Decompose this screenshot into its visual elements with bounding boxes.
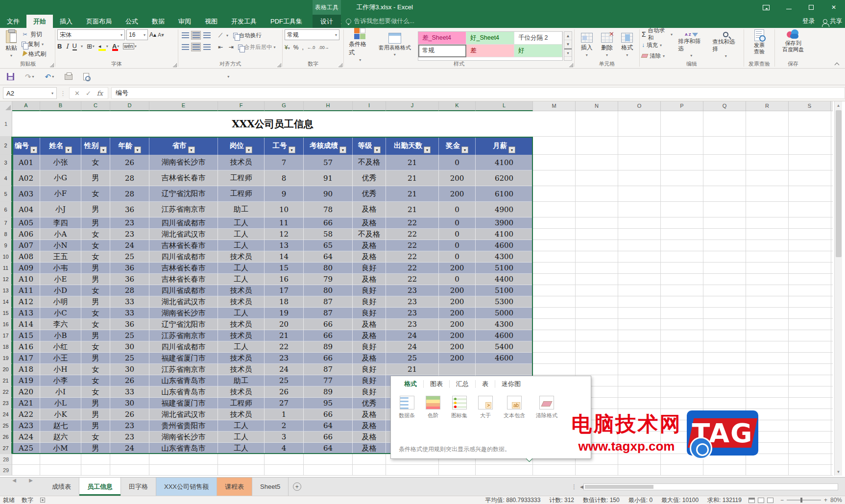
- table-cell[interactable]: 58: [304, 229, 353, 240]
- table-cell[interactable]: 21: [386, 364, 439, 375]
- select-all-button[interactable]: [0, 101, 12, 111]
- style-chip-好[interactable]: 好: [514, 45, 562, 57]
- empty-cell[interactable]: [40, 465, 81, 476]
- table-cell[interactable]: 女: [81, 285, 110, 296]
- row-header-27[interactable]: 27: [0, 443, 12, 454]
- page-layout-view-button[interactable]: [758, 498, 764, 503]
- table-cell[interactable]: 工人: [218, 229, 265, 240]
- empty-cell[interactable]: [386, 465, 439, 476]
- zoom-slider[interactable]: [787, 500, 821, 501]
- table-cell[interactable]: 4300: [476, 319, 533, 330]
- table-cell[interactable]: 16: [265, 274, 304, 285]
- sign-in-button[interactable]: 登录: [802, 15, 815, 28]
- table-header-奖金[interactable]: 奖金▾: [439, 137, 476, 155]
- table-cell[interactable]: 0: [439, 217, 476, 229]
- table-cell[interactable]: 工人: [218, 240, 265, 251]
- table-header-省市[interactable]: 省市▾: [149, 137, 218, 155]
- new-sheet-button[interactable]: +: [289, 478, 305, 496]
- table-cell[interactable]: 及格: [353, 202, 386, 217]
- table-cell[interactable]: A20: [12, 386, 40, 398]
- conditional-formatting-button[interactable]: 条件格式 ▾: [346, 29, 374, 61]
- table-cell[interactable]: 36: [110, 319, 149, 330]
- table-cell[interactable]: 及格: [353, 420, 386, 432]
- gallery-up-button[interactable]: ▲: [564, 32, 572, 40]
- table-cell[interactable]: 江苏省南京市: [149, 364, 218, 375]
- empty-cell[interactable]: [12, 465, 40, 476]
- row-header-17[interactable]: 17: [0, 330, 12, 341]
- table-header-性别[interactable]: 性别▾: [81, 137, 110, 155]
- table-cell[interactable]: 小F: [40, 186, 81, 202]
- table-cell[interactable]: A12: [12, 296, 40, 308]
- row-header-16[interactable]: 16: [0, 319, 12, 330]
- redo-button[interactable]: ↷▾: [25, 72, 34, 81]
- table-cell[interactable]: 23: [265, 353, 304, 364]
- table-cell[interactable]: 工人: [218, 432, 265, 443]
- minimize-button[interactable]: [777, 0, 800, 15]
- table-header-出勤天数[interactable]: 出勤天数▾: [386, 137, 439, 155]
- qat-customize-button[interactable]: ▾: [227, 74, 229, 79]
- table-cell[interactable]: 200: [439, 353, 476, 364]
- column-header-G[interactable]: G: [265, 101, 304, 111]
- qa-item-数据条[interactable]: 数据条: [399, 396, 415, 419]
- row-header-20[interactable]: 20: [0, 364, 12, 375]
- table-cell[interactable]: 良好: [353, 296, 386, 308]
- table-cell[interactable]: 湖南省长沙市: [149, 155, 218, 170]
- table-cell[interactable]: 技术员: [218, 330, 265, 341]
- table-cell[interactable]: 4900: [476, 202, 533, 217]
- row-header-4[interactable]: 4: [0, 170, 12, 186]
- sheet-tab-员工信息[interactable]: 员工信息: [79, 478, 121, 496]
- table-cell[interactable]: 22: [386, 217, 439, 229]
- ribbon-tab-页面布局[interactable]: 页面布局: [79, 15, 119, 28]
- table-cell[interactable]: 辽宁省沈阳市: [149, 186, 218, 202]
- table-cell[interactable]: 1: [265, 409, 304, 420]
- table-cell[interactable]: 24: [386, 341, 439, 353]
- alignment-dialog-launcher[interactable]: [277, 63, 281, 67]
- column-header-R[interactable]: R: [746, 101, 789, 111]
- table-cell[interactable]: 男: [81, 202, 110, 217]
- table-cell[interactable]: 技术员: [218, 353, 265, 364]
- table-cell[interactable]: 90: [304, 186, 353, 202]
- table-cell[interactable]: 女: [81, 341, 110, 353]
- ribbon-tab-开始[interactable]: 开始: [26, 15, 53, 28]
- table-cell[interactable]: 2: [265, 420, 304, 432]
- formula-input[interactable]: 编号: [111, 87, 845, 99]
- ribbon-tab-PDF工具集[interactable]: PDF工具集: [264, 15, 309, 28]
- scroll-up-button[interactable]: ▲: [835, 101, 842, 109]
- decrease-decimal-button[interactable]: .00→: [318, 45, 329, 50]
- table-cell[interactable]: 及格: [353, 274, 386, 285]
- table-cell[interactable]: A05: [12, 217, 40, 229]
- filter-button[interactable]: ▾: [30, 146, 37, 153]
- sheet-tab-XXX公司销售额[interactable]: XXX公司销售额: [156, 478, 217, 496]
- table-cell[interactable]: 及格: [353, 251, 386, 263]
- table-cell[interactable]: 工人: [218, 263, 265, 274]
- table-cell[interactable]: A09: [12, 263, 40, 274]
- table-cell[interactable]: 小G: [40, 170, 81, 186]
- style-chip-差_Sheet4[interactable]: 差_Sheet4: [418, 32, 466, 45]
- table-cell[interactable]: 22: [386, 229, 439, 240]
- table-cell[interactable]: [476, 364, 533, 375]
- column-header-K[interactable]: K: [439, 101, 476, 111]
- table-cell[interactable]: 14: [265, 251, 304, 263]
- table-cell[interactable]: 24: [110, 240, 149, 251]
- filter-button[interactable]: ▾: [245, 146, 252, 153]
- table-cell[interactable]: 赵六: [40, 432, 81, 443]
- table-cell[interactable]: 66: [304, 353, 353, 364]
- table-header-姓名[interactable]: 姓名▾: [40, 137, 81, 155]
- table-cell[interactable]: 87: [304, 364, 353, 375]
- gallery-down-button[interactable]: ▼: [564, 40, 572, 48]
- qa-item-图标集[interactable]: 图标集: [451, 396, 467, 419]
- filter-button[interactable]: ▾: [134, 146, 141, 153]
- row-header-10[interactable]: 10: [0, 251, 12, 263]
- macro-record-button[interactable]: [40, 498, 45, 503]
- table-cell[interactable]: 四川省成都市: [149, 285, 218, 296]
- row-header-26[interactable]: 26: [0, 432, 12, 443]
- table-cell[interactable]: 技术员: [218, 364, 265, 375]
- qa-item-清除格式[interactable]: 清除格式: [536, 396, 557, 419]
- font-size-combo[interactable]: 16▾: [126, 29, 148, 40]
- table-cell[interactable]: 23: [110, 420, 149, 432]
- column-header-H[interactable]: H: [304, 101, 353, 111]
- table-cell[interactable]: 四川省成都市: [149, 251, 218, 263]
- row-header-3[interactable]: 3: [0, 155, 12, 170]
- sheet-nav-right[interactable]: ▶: [24, 478, 38, 483]
- save-to-baidu-button[interactable]: 保存到百度网盘: [780, 29, 806, 53]
